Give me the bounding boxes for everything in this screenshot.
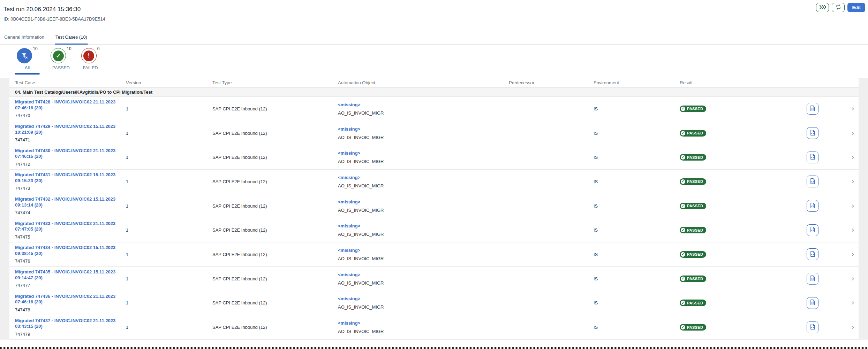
table-row[interactable]: Migrated 747435 - INVOIC.INVOIC02 15.11.…: [9, 267, 859, 291]
test-case-link[interactable]: Migrated 747434 - INVOIC.INVOIC02 15.11.…: [15, 245, 120, 256]
code-document-button[interactable]: [807, 224, 818, 236]
predecessor-cell: [509, 218, 594, 242]
check-icon: ✓: [681, 277, 685, 281]
table-header-row: Test Case Version Test Type Automation O…: [9, 78, 859, 88]
status-badge: ✓ PASSED: [680, 227, 706, 233]
table-row[interactable]: Migrated 747437 - INVOIC.INVOIC02 21.11.…: [9, 315, 859, 340]
chevron-right-icon[interactable]: ›: [852, 130, 854, 137]
code-document-button[interactable]: [807, 248, 818, 260]
test-case-link[interactable]: Migrated 747432 - INVOIC.INVOIC02 15.11.…: [15, 196, 120, 208]
chevron-right-icon[interactable]: ›: [852, 299, 854, 307]
test-case-link[interactable]: Migrated 747436 - INVOIC.INVOIC02 21.11.…: [15, 294, 120, 305]
action-cell: [807, 242, 841, 266]
chevron-right-icon[interactable]: ›: [852, 154, 854, 161]
chevron-right-icon[interactable]: ›: [852, 105, 854, 113]
status-badge: ✓ PASSED: [680, 178, 706, 185]
automation-object-link[interactable]: <missing>: [338, 175, 360, 180]
chevron-right-icon[interactable]: ›: [852, 226, 854, 234]
test-case-link[interactable]: Migrated 747433 - INVOIC.INVOIC02 21.11.…: [15, 221, 120, 232]
col-result: Result: [680, 78, 807, 87]
edit-button[interactable]: Edit: [847, 3, 865, 12]
chevron-right-icon[interactable]: ›: [852, 251, 854, 258]
code-document-button[interactable]: [807, 321, 818, 333]
version-cell: 1: [126, 194, 212, 218]
status-badge: ✓ PASSED: [680, 324, 706, 331]
automation-object-link[interactable]: <missing>: [338, 223, 360, 229]
filter-x-icon: [17, 48, 32, 63]
status-badge-label: PASSED: [687, 325, 703, 329]
chevron-right-icon[interactable]: ›: [852, 275, 854, 282]
table-row[interactable]: Migrated 747430 - INVOIC.INVOIC02 21.11.…: [9, 145, 859, 170]
filter-passed-top: ✓ 10: [51, 48, 71, 63]
automation-object-link[interactable]: <missing>: [338, 199, 360, 205]
filter-passed[interactable]: ✓ 10 PASSED: [48, 48, 74, 75]
automation-object-link[interactable]: <missing>: [338, 296, 360, 302]
automation-object-name: AO_IS_INVOIC_MIGR: [338, 280, 384, 286]
status-badge-label: PASSED: [687, 131, 703, 135]
table-row[interactable]: Migrated 747436 - INVOIC.INVOIC02 21.11.…: [9, 291, 859, 316]
table-row[interactable]: Migrated 747429 - INVOIC.INVOIC02 15.11.…: [9, 121, 859, 146]
automation-object-link[interactable]: <missing>: [338, 150, 360, 156]
predecessor-cell: [509, 170, 594, 194]
automation-object-name: AO_IS_INVOIC_MIGR: [338, 110, 384, 116]
test-case-link[interactable]: Migrated 747429 - INVOIC.INVOIC02 15.11.…: [15, 124, 120, 135]
filter-all[interactable]: 10 All: [15, 48, 40, 75]
test-type-cell: SAP CPI E2E Inbound (12): [212, 291, 338, 315]
col-predecessor: Predecessor: [509, 78, 594, 87]
test-case-link[interactable]: Migrated 747428 - INVOIC.INVOIC02 21.11.…: [15, 99, 120, 111]
code-document-button[interactable]: [807, 103, 818, 115]
code-document-button[interactable]: [807, 127, 818, 139]
table-body: Migrated 747428 - INVOIC.INVOIC02 21.11.…: [9, 97, 859, 340]
test-case-link[interactable]: Migrated 747430 - INVOIC.INVOIC02 21.11.…: [15, 148, 120, 160]
status-badge: ✓ PASSED: [680, 106, 706, 112]
filter-failed[interactable]: ! 0 FAILED: [78, 48, 103, 75]
code-document-icon: [809, 226, 816, 234]
header-actions: Edit: [816, 3, 865, 12]
version-cell: 1: [126, 121, 212, 145]
code-document-button[interactable]: [807, 152, 818, 163]
tab-test-cases[interactable]: Test Cases (10): [55, 30, 88, 44]
test-case-link[interactable]: Migrated 747435 - INVOIC.INVOIC02 15.11.…: [15, 269, 120, 281]
tab-bar: General Information Test Cases (10): [0, 30, 868, 45]
chevron-right-icon[interactable]: ›: [852, 178, 854, 185]
code-document-button[interactable]: [807, 176, 818, 187]
code-document-button[interactable]: [807, 297, 818, 309]
result-cell: ✓ PASSED: [680, 97, 807, 121]
predecessor-cell: [509, 121, 594, 145]
test-case-link[interactable]: Migrated 747431 - INVOIC.INVOIC02 15.11.…: [15, 172, 120, 184]
check-icon: ✓: [681, 228, 685, 232]
automation-object-cell: <missing> AO_IS_INVOIC_MIGR: [338, 121, 509, 145]
code-document-button[interactable]: [807, 273, 818, 285]
status-badge-label: PASSED: [687, 252, 703, 256]
tab-general-information[interactable]: General Information: [3, 30, 45, 44]
test-case-cell: Migrated 747431 - INVOIC.INVOIC02 15.11.…: [9, 170, 126, 194]
version-cell: 1: [126, 315, 212, 339]
test-type-cell: SAP CPI E2E Inbound (12): [212, 267, 338, 291]
code-document-icon: [809, 130, 816, 137]
table-row[interactable]: Migrated 747428 - INVOIC.INVOIC02 21.11.…: [9, 97, 859, 121]
table-row[interactable]: Migrated 747431 - INVOIC.INVOIC02 15.11.…: [9, 170, 859, 194]
version-cell: 1: [126, 218, 212, 242]
chevron-right-icon[interactable]: ›: [852, 324, 854, 331]
table-row[interactable]: Migrated 747434 - INVOIC.INVOIC02 15.11.…: [9, 242, 859, 267]
table-row[interactable]: Migrated 747433 - INVOIC.INVOIC02 21.11.…: [9, 218, 859, 242]
test-case-link[interactable]: Migrated 747437 - INVOIC.INVOIC02 21.11.…: [15, 318, 120, 329]
status-badge-label: PASSED: [687, 107, 703, 111]
automation-object-link[interactable]: <missing>: [338, 272, 360, 278]
version-cell: 1: [126, 267, 212, 291]
automation-object-link[interactable]: <missing>: [338, 102, 360, 108]
automation-object-link[interactable]: <missing>: [338, 320, 360, 326]
table-row[interactable]: Migrated 747432 - INVOIC.INVOIC02 15.11.…: [9, 194, 859, 218]
refresh-button[interactable]: [832, 3, 845, 12]
code-document-button[interactable]: [807, 200, 818, 212]
status-badge-label: PASSED: [687, 301, 703, 305]
chevron-right-icon[interactable]: ›: [852, 202, 854, 210]
environment-cell: IS: [594, 121, 680, 145]
predecessor-cell: [509, 194, 594, 218]
check-glyph: ✓: [53, 51, 64, 61]
check-icon: ✓: [681, 131, 685, 135]
triple-chevron-right-icon: [819, 5, 827, 11]
expand-actions-button[interactable]: [816, 3, 829, 12]
automation-object-link[interactable]: <missing>: [338, 248, 360, 253]
automation-object-link[interactable]: <missing>: [338, 126, 360, 132]
